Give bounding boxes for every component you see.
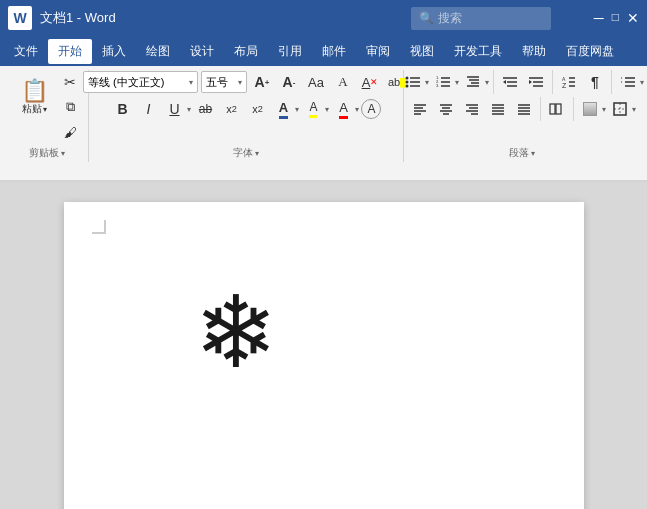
- ribbon-group-paragraph: ▾ 1.2.3. ▾ ▾: [404, 70, 641, 162]
- snowflake-container: ❄: [104, 222, 544, 382]
- paragraph-label: 段落 ▾: [410, 144, 635, 162]
- search-icon: 🔍: [419, 11, 434, 25]
- clipboard-expand-icon[interactable]: ▾: [61, 149, 65, 158]
- cut-button[interactable]: ✂: [58, 70, 82, 94]
- menu-mailings[interactable]: 邮件: [312, 39, 356, 64]
- strikethrough-button[interactable]: ab: [193, 97, 217, 121]
- title-bar: W 文档1 - Word 🔍 搜索 ─ □ ✕: [0, 0, 647, 36]
- paste-icon: 📋: [21, 80, 48, 102]
- show-formatting-button[interactable]: ¶: [583, 70, 607, 94]
- font-grow-button[interactable]: A+: [250, 70, 274, 94]
- shading-dropdown[interactable]: ▾: [602, 105, 606, 114]
- font-color-button[interactable]: A: [271, 97, 295, 121]
- highlight-color-button[interactable]: A: [301, 97, 325, 121]
- svg-rect-55: [556, 104, 561, 114]
- borders-dropdown[interactable]: ▾: [632, 105, 636, 114]
- maximize-button[interactable]: □: [612, 10, 619, 26]
- text-color-dropdown-icon[interactable]: ▾: [355, 105, 359, 114]
- borders-button[interactable]: [608, 97, 632, 121]
- sort-button[interactable]: AZ: [557, 70, 581, 94]
- copy-button[interactable]: ⧉: [58, 95, 82, 119]
- search-box[interactable]: 🔍 搜索: [411, 7, 551, 30]
- highlight-dropdown-icon[interactable]: ▾: [325, 105, 329, 114]
- italic-button[interactable]: I: [136, 97, 160, 121]
- ribbon-group-clipboard: 📋 粘贴 ▾ ✂ ⧉ 🖌 剪贴板 ▾: [6, 70, 89, 162]
- decrease-indent-button[interactable]: [498, 70, 522, 94]
- align-center-button[interactable]: [434, 97, 458, 121]
- text-circle-button[interactable]: A: [361, 99, 381, 119]
- font-size-value: 五号: [206, 75, 236, 90]
- menu-bar: 文件 开始 插入 绘图 设计 布局 引用 邮件 审阅 视图 开发工具 帮助 百度…: [0, 36, 647, 66]
- paste-dropdown-icon: ▾: [43, 105, 47, 114]
- justify-button[interactable]: [486, 97, 510, 121]
- font-expand-icon[interactable]: ▾: [255, 149, 259, 158]
- distributed-button[interactable]: [512, 97, 536, 121]
- menu-references[interactable]: 引用: [268, 39, 312, 64]
- svg-text:3.: 3.: [436, 83, 439, 88]
- font-name-value: 等线 (中文正文): [88, 75, 187, 90]
- change-case-button[interactable]: Aa: [304, 70, 328, 94]
- shading-button[interactable]: [578, 97, 602, 121]
- menu-file[interactable]: 文件: [4, 39, 48, 64]
- multilevel-list-dropdown[interactable]: ▾: [485, 78, 489, 87]
- page-corner-mark: [92, 220, 106, 234]
- snowflake-symbol: ❄: [194, 282, 278, 382]
- svg-marker-33: [621, 81, 622, 83]
- svg-marker-32: [621, 77, 622, 79]
- format-painter-button[interactable]: 🖌: [58, 120, 82, 144]
- minimize-button[interactable]: ─: [594, 10, 604, 26]
- subscript-button[interactable]: x2: [219, 97, 243, 121]
- svg-point-5: [405, 85, 408, 88]
- svg-point-3: [405, 77, 408, 80]
- paragraph-expand-icon[interactable]: ▾: [531, 149, 535, 158]
- document-page[interactable]: ❄: [64, 202, 584, 509]
- menu-draw[interactable]: 绘图: [136, 39, 180, 64]
- menu-baidu[interactable]: 百度网盘: [556, 39, 624, 64]
- columns-button[interactable]: [545, 97, 569, 121]
- numbered-list-dropdown[interactable]: ▾: [455, 78, 459, 87]
- bullet-list-dropdown[interactable]: ▾: [425, 78, 429, 87]
- font-size-selector[interactable]: 五号 ▾: [201, 71, 247, 93]
- font-name-selector[interactable]: 等线 (中文正文) ▾: [83, 71, 198, 93]
- clear-format-button[interactable]: A✕: [358, 70, 382, 94]
- menu-layout[interactable]: 布局: [224, 39, 268, 64]
- menu-help[interactable]: 帮助: [512, 39, 556, 64]
- svg-rect-54: [550, 104, 555, 114]
- clipboard-label: 剪贴板 ▾: [12, 144, 82, 162]
- underline-dropdown-icon[interactable]: ▾: [187, 105, 191, 114]
- paste-button[interactable]: 📋 粘贴 ▾: [12, 70, 56, 126]
- bullet-list-button[interactable]: [401, 70, 425, 94]
- align-left-button[interactable]: [408, 97, 432, 121]
- increase-indent-button[interactable]: [524, 70, 548, 94]
- superscript-button[interactable]: x2: [245, 97, 269, 121]
- svg-point-4: [405, 81, 408, 84]
- bold-button[interactable]: B: [110, 97, 134, 121]
- font-size-dropdown-icon: ▾: [238, 78, 242, 87]
- font-label: 字体 ▾: [95, 144, 397, 162]
- text-effects-button[interactable]: A: [331, 70, 355, 94]
- menu-view[interactable]: 视图: [400, 39, 444, 64]
- font-name-dropdown-icon: ▾: [189, 78, 193, 87]
- svg-text:Z: Z: [562, 82, 567, 89]
- ribbon-group-font: 等线 (中文正文) ▾ 五号 ▾ A+ A- Aa A A✕ ab█: [89, 70, 404, 162]
- menu-review[interactable]: 审阅: [356, 39, 400, 64]
- close-button[interactable]: ✕: [627, 10, 639, 26]
- text-color-alt-button[interactable]: A: [331, 97, 355, 121]
- menu-developer[interactable]: 开发工具: [444, 39, 512, 64]
- font-shrink-button[interactable]: A-: [277, 70, 301, 94]
- multilevel-list-button[interactable]: [461, 70, 485, 94]
- menu-insert[interactable]: 插入: [92, 39, 136, 64]
- svg-marker-19: [503, 80, 506, 84]
- ribbon: 📋 粘贴 ▾ ✂ ⧉ 🖌 剪贴板 ▾: [0, 66, 647, 182]
- font-color-dropdown-icon[interactable]: ▾: [295, 105, 299, 114]
- word-logo: W: [8, 6, 32, 30]
- document-area: ❄: [0, 182, 647, 509]
- align-right-button[interactable]: [460, 97, 484, 121]
- line-spacing-dropdown[interactable]: ▾: [640, 78, 644, 87]
- menu-home[interactable]: 开始: [48, 39, 92, 64]
- menu-design[interactable]: 设计: [180, 39, 224, 64]
- numbered-list-button[interactable]: 1.2.3.: [431, 70, 455, 94]
- paste-label: 粘贴: [22, 102, 42, 116]
- line-spacing-button[interactable]: [616, 70, 640, 94]
- underline-button[interactable]: U: [162, 97, 186, 121]
